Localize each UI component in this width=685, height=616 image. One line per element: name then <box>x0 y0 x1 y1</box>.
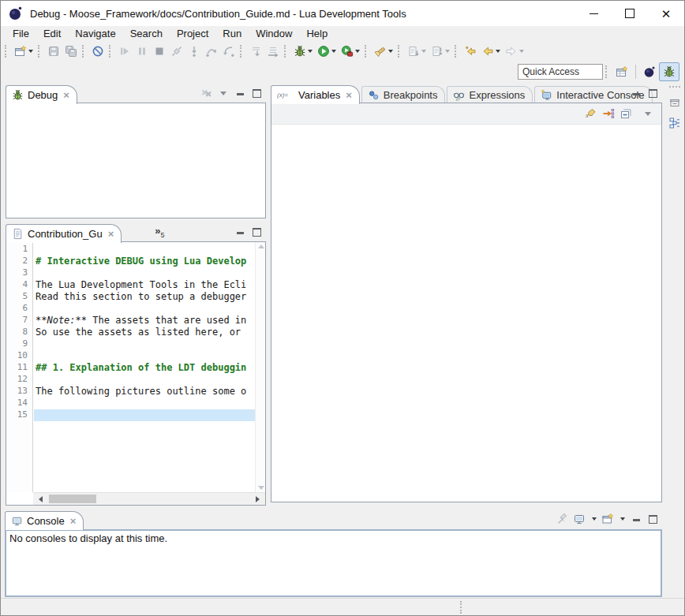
terminate-button[interactable] <box>152 43 167 60</box>
minimize-view-button[interactable] <box>631 88 642 99</box>
open-console-button[interactable] <box>602 513 613 525</box>
show-type-names-button[interactable]: x= <box>586 108 597 119</box>
perspective-button-debug[interactable] <box>659 62 679 81</box>
line-number[interactable]: 11 <box>6 362 32 374</box>
external-tools-button[interactable] <box>339 43 361 60</box>
dropdown-arrow-icon[interactable] <box>331 50 336 53</box>
dropdown-arrow-icon[interactable] <box>496 50 500 53</box>
tab-close-icon[interactable]: × <box>70 516 77 526</box>
save-all-button[interactable] <box>63 43 79 60</box>
menu-file[interactable]: File <box>6 27 36 40</box>
window-maximize-button[interactable] <box>612 1 648 26</box>
dropdown-arrow-icon[interactable] <box>28 50 33 53</box>
editor-horizontal-scrollbar[interactable] <box>33 492 265 505</box>
tab-breakpoints[interactable]: Breakpoints <box>361 86 446 103</box>
menu-search[interactable]: Search <box>123 27 170 40</box>
menu-window[interactable]: Window <box>249 27 299 40</box>
line-number[interactable]: 14 <box>6 398 32 409</box>
previous-annotation-button[interactable] <box>429 43 451 60</box>
line-number[interactable]: 13 <box>6 386 32 398</box>
scrollbar-thumb[interactable] <box>49 495 96 503</box>
editor-line[interactable] <box>34 303 255 315</box>
line-number[interactable]: 9 <box>6 338 32 350</box>
minimize-view-button[interactable] <box>631 513 642 525</box>
dropdown-arrow-icon[interactable] <box>421 50 426 53</box>
disconnect-button[interactable] <box>169 43 185 60</box>
step-into-button[interactable] <box>186 43 202 60</box>
window-close-button[interactable]: ✕ <box>648 1 684 26</box>
editor-line[interactable] <box>34 244 255 256</box>
console-body[interactable]: No consoles to display at this time. <box>5 529 662 597</box>
editor-line[interactable]: Read this section to setup a debugger <box>34 291 255 303</box>
view-menu-button[interactable] <box>218 88 229 99</box>
editor-line[interactable] <box>34 374 255 386</box>
restore-minimized-views-button[interactable] <box>667 95 683 110</box>
line-number[interactable]: 12 <box>6 374 32 386</box>
quick-access-input[interactable] <box>518 64 603 80</box>
editor-line[interactable] <box>34 398 255 409</box>
collapse-all-button[interactable] <box>620 108 631 119</box>
menu-run[interactable]: Run <box>215 27 249 40</box>
line-number[interactable]: 3 <box>6 267 32 279</box>
tab-close-icon[interactable]: × <box>108 229 114 239</box>
minimize-view-button[interactable] <box>234 88 245 99</box>
maximize-view-button[interactable] <box>647 513 658 525</box>
view-menu-button[interactable] <box>642 108 653 119</box>
pin-console-button[interactable] <box>557 513 568 525</box>
line-number[interactable]: 1 <box>6 244 32 256</box>
statusbar-drag-handle[interactable] <box>460 601 464 614</box>
tab-variables[interactable]: (x)=Variables× <box>271 85 360 104</box>
menu-navigate[interactable]: Navigate <box>68 27 122 40</box>
line-number[interactable]: 4 <box>6 279 32 291</box>
search-button[interactable] <box>372 43 395 60</box>
minimize-view-button[interactable] <box>234 226 245 237</box>
tab-console[interactable]: Console × <box>5 511 84 530</box>
editor-line[interactable]: So use the assets as listed here, or <box>34 327 255 338</box>
tab-editor-contribution-guide[interactable]: Contribution_Gu × <box>6 224 122 243</box>
forward-button[interactable] <box>503 43 526 60</box>
line-number[interactable]: 15 <box>6 409 32 421</box>
outline-view-button[interactable] <box>667 115 683 131</box>
open-perspective-button[interactable] <box>612 63 631 80</box>
editor-line[interactable]: ## 1. Explanation of the LDT debuggin <box>34 362 255 374</box>
line-number[interactable]: 5 <box>6 291 32 303</box>
remove-all-terminated-button[interactable] <box>201 88 212 99</box>
run-button[interactable] <box>316 43 338 60</box>
show-logical-structures-button[interactable] <box>603 108 614 119</box>
editor-vertical-scrollbar[interactable] <box>255 242 265 492</box>
new-wizard-button[interactable] <box>13 43 35 60</box>
menu-project[interactable]: Project <box>170 27 215 40</box>
hidden-editors-chevron[interactable]: » 5 <box>155 226 164 242</box>
tab-expressions[interactable]: x?Expressions <box>447 86 533 103</box>
editor-line[interactable] <box>34 409 255 421</box>
window-minimize-button[interactable] <box>575 1 612 26</box>
save-button[interactable] <box>46 43 62 60</box>
editor-line[interactable] <box>34 338 255 350</box>
dropdown-arrow-icon[interactable] <box>308 50 313 53</box>
dropdown-arrow-icon[interactable] <box>355 50 360 53</box>
resume-button[interactable] <box>117 43 133 60</box>
editor-line[interactable] <box>34 267 255 279</box>
line-number[interactable]: 6 <box>6 303 32 315</box>
line-number[interactable]: 2 <box>6 256 32 267</box>
suspend-button[interactable] <box>134 43 150 60</box>
next-annotation-button[interactable] <box>406 43 428 60</box>
dropdown-arrow-icon[interactable] <box>445 50 450 53</box>
step-over-button[interactable] <box>204 43 219 60</box>
debug-view-body[interactable] <box>6 103 266 218</box>
tab-close-icon[interactable]: × <box>346 90 352 100</box>
maximize-view-button[interactable] <box>251 226 262 237</box>
editor-line[interactable] <box>34 350 255 362</box>
last-edit-location-button[interactable] <box>462 43 478 60</box>
maximize-view-button[interactable] <box>647 88 658 99</box>
editor-line[interactable]: The Lua Development Tools in the Ecli <box>34 279 255 291</box>
debug-button[interactable] <box>292 43 314 60</box>
tab-debug[interactable]: Debug × <box>6 85 77 104</box>
back-button[interactable] <box>480 43 502 60</box>
menu-help[interactable]: Help <box>299 27 335 40</box>
editor-line[interactable]: The following pictures outline some o <box>34 386 255 398</box>
drop-to-frame-button[interactable] <box>248 43 264 60</box>
dropdown-arrow-icon[interactable] <box>519 50 524 53</box>
line-number[interactable]: 8 <box>6 327 32 338</box>
line-number-ruler[interactable]: 123456789101112131415 <box>6 242 33 492</box>
